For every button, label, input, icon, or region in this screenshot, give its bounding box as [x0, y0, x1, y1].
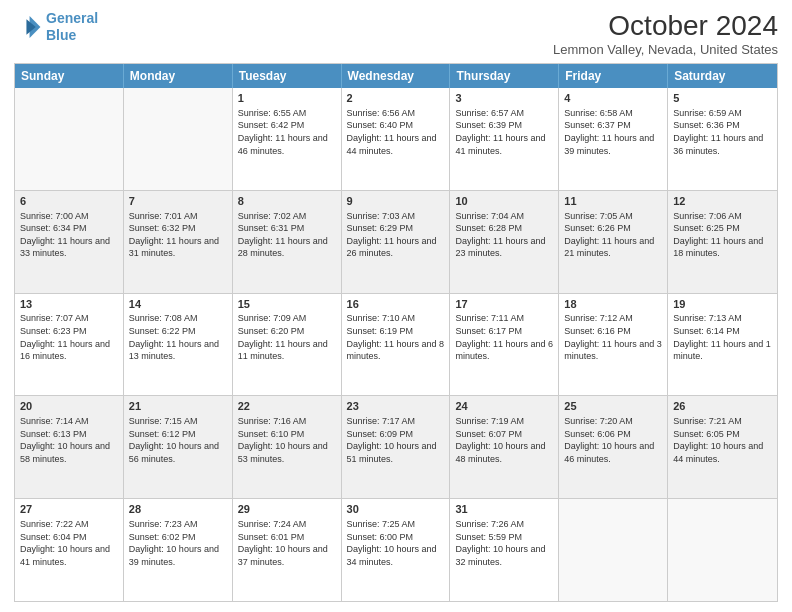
day-info: Sunrise: 7:22 AM Sunset: 6:04 PM Dayligh…: [20, 518, 118, 568]
day-number: 31: [455, 502, 553, 517]
calendar-cell: 19Sunrise: 7:13 AM Sunset: 6:14 PM Dayli…: [668, 294, 777, 396]
calendar-cell: 30Sunrise: 7:25 AM Sunset: 6:00 PM Dayli…: [342, 499, 451, 601]
day-number: 4: [564, 91, 662, 106]
day-number: 12: [673, 194, 772, 209]
day-info: Sunrise: 7:26 AM Sunset: 5:59 PM Dayligh…: [455, 518, 553, 568]
day-number: 23: [347, 399, 445, 414]
header-day-thursday: Thursday: [450, 64, 559, 88]
day-number: 14: [129, 297, 227, 312]
calendar-cell: [124, 88, 233, 190]
calendar-cell: 3Sunrise: 6:57 AM Sunset: 6:39 PM Daylig…: [450, 88, 559, 190]
calendar-cell: 10Sunrise: 7:04 AM Sunset: 6:28 PM Dayli…: [450, 191, 559, 293]
day-number: 11: [564, 194, 662, 209]
header-day-tuesday: Tuesday: [233, 64, 342, 88]
day-info: Sunrise: 7:19 AM Sunset: 6:07 PM Dayligh…: [455, 415, 553, 465]
day-number: 3: [455, 91, 553, 106]
day-info: Sunrise: 7:09 AM Sunset: 6:20 PM Dayligh…: [238, 312, 336, 362]
calendar-cell: 17Sunrise: 7:11 AM Sunset: 6:17 PM Dayli…: [450, 294, 559, 396]
calendar-cell: 16Sunrise: 7:10 AM Sunset: 6:19 PM Dayli…: [342, 294, 451, 396]
calendar-cell: 7Sunrise: 7:01 AM Sunset: 6:32 PM Daylig…: [124, 191, 233, 293]
day-info: Sunrise: 7:10 AM Sunset: 6:19 PM Dayligh…: [347, 312, 445, 362]
calendar-cell: 24Sunrise: 7:19 AM Sunset: 6:07 PM Dayli…: [450, 396, 559, 498]
day-info: Sunrise: 7:03 AM Sunset: 6:29 PM Dayligh…: [347, 210, 445, 260]
day-number: 1: [238, 91, 336, 106]
day-number: 29: [238, 502, 336, 517]
day-number: 27: [20, 502, 118, 517]
day-info: Sunrise: 6:59 AM Sunset: 6:36 PM Dayligh…: [673, 107, 772, 157]
day-info: Sunrise: 7:05 AM Sunset: 6:26 PM Dayligh…: [564, 210, 662, 260]
calendar-header: SundayMondayTuesdayWednesdayThursdayFrid…: [15, 64, 777, 88]
day-number: 2: [347, 91, 445, 106]
day-info: Sunrise: 7:01 AM Sunset: 6:32 PM Dayligh…: [129, 210, 227, 260]
calendar-row-3: 20Sunrise: 7:14 AM Sunset: 6:13 PM Dayli…: [15, 395, 777, 498]
calendar-cell: 8Sunrise: 7:02 AM Sunset: 6:31 PM Daylig…: [233, 191, 342, 293]
day-number: 5: [673, 91, 772, 106]
day-number: 16: [347, 297, 445, 312]
subtitle: Lemmon Valley, Nevada, United States: [553, 42, 778, 57]
day-number: 24: [455, 399, 553, 414]
header-day-monday: Monday: [124, 64, 233, 88]
calendar-cell: 6Sunrise: 7:00 AM Sunset: 6:34 PM Daylig…: [15, 191, 124, 293]
day-number: 22: [238, 399, 336, 414]
header-day-sunday: Sunday: [15, 64, 124, 88]
calendar-cell: 28Sunrise: 7:23 AM Sunset: 6:02 PM Dayli…: [124, 499, 233, 601]
calendar-cell: 15Sunrise: 7:09 AM Sunset: 6:20 PM Dayli…: [233, 294, 342, 396]
day-number: 7: [129, 194, 227, 209]
day-info: Sunrise: 7:06 AM Sunset: 6:25 PM Dayligh…: [673, 210, 772, 260]
day-number: 21: [129, 399, 227, 414]
header-day-friday: Friday: [559, 64, 668, 88]
calendar-cell: 13Sunrise: 7:07 AM Sunset: 6:23 PM Dayli…: [15, 294, 124, 396]
calendar-cell: 18Sunrise: 7:12 AM Sunset: 6:16 PM Dayli…: [559, 294, 668, 396]
calendar-row-1: 6Sunrise: 7:00 AM Sunset: 6:34 PM Daylig…: [15, 190, 777, 293]
calendar-cell: 9Sunrise: 7:03 AM Sunset: 6:29 PM Daylig…: [342, 191, 451, 293]
day-number: 26: [673, 399, 772, 414]
calendar-row-2: 13Sunrise: 7:07 AM Sunset: 6:23 PM Dayli…: [15, 293, 777, 396]
day-number: 28: [129, 502, 227, 517]
day-info: Sunrise: 7:25 AM Sunset: 6:00 PM Dayligh…: [347, 518, 445, 568]
logo-text: General Blue: [46, 10, 98, 44]
calendar-cell: 29Sunrise: 7:24 AM Sunset: 6:01 PM Dayli…: [233, 499, 342, 601]
calendar-cell: 27Sunrise: 7:22 AM Sunset: 6:04 PM Dayli…: [15, 499, 124, 601]
calendar-cell: [15, 88, 124, 190]
calendar-cell: 2Sunrise: 6:56 AM Sunset: 6:40 PM Daylig…: [342, 88, 451, 190]
logo: General Blue: [14, 10, 98, 44]
header: General Blue October 2024 Lemmon Valley,…: [14, 10, 778, 57]
day-info: Sunrise: 7:08 AM Sunset: 6:22 PM Dayligh…: [129, 312, 227, 362]
day-number: 6: [20, 194, 118, 209]
day-info: Sunrise: 7:20 AM Sunset: 6:06 PM Dayligh…: [564, 415, 662, 465]
calendar-row-0: 1Sunrise: 6:55 AM Sunset: 6:42 PM Daylig…: [15, 88, 777, 190]
day-info: Sunrise: 6:58 AM Sunset: 6:37 PM Dayligh…: [564, 107, 662, 157]
day-number: 13: [20, 297, 118, 312]
day-number: 15: [238, 297, 336, 312]
day-info: Sunrise: 6:55 AM Sunset: 6:42 PM Dayligh…: [238, 107, 336, 157]
calendar-cell: 12Sunrise: 7:06 AM Sunset: 6:25 PM Dayli…: [668, 191, 777, 293]
calendar-cell: 5Sunrise: 6:59 AM Sunset: 6:36 PM Daylig…: [668, 88, 777, 190]
calendar-row-4: 27Sunrise: 7:22 AM Sunset: 6:04 PM Dayli…: [15, 498, 777, 601]
day-info: Sunrise: 7:11 AM Sunset: 6:17 PM Dayligh…: [455, 312, 553, 362]
day-number: 10: [455, 194, 553, 209]
day-info: Sunrise: 7:24 AM Sunset: 6:01 PM Dayligh…: [238, 518, 336, 568]
page: General Blue October 2024 Lemmon Valley,…: [0, 0, 792, 612]
calendar-cell: 20Sunrise: 7:14 AM Sunset: 6:13 PM Dayli…: [15, 396, 124, 498]
calendar-cell: [559, 499, 668, 601]
day-info: Sunrise: 7:04 AM Sunset: 6:28 PM Dayligh…: [455, 210, 553, 260]
day-info: Sunrise: 6:57 AM Sunset: 6:39 PM Dayligh…: [455, 107, 553, 157]
day-info: Sunrise: 7:13 AM Sunset: 6:14 PM Dayligh…: [673, 312, 772, 362]
day-info: Sunrise: 7:15 AM Sunset: 6:12 PM Dayligh…: [129, 415, 227, 465]
calendar-cell: 26Sunrise: 7:21 AM Sunset: 6:05 PM Dayli…: [668, 396, 777, 498]
logo-line1: General: [46, 10, 98, 26]
day-number: 20: [20, 399, 118, 414]
header-day-saturday: Saturday: [668, 64, 777, 88]
calendar-cell: 21Sunrise: 7:15 AM Sunset: 6:12 PM Dayli…: [124, 396, 233, 498]
day-info: Sunrise: 7:16 AM Sunset: 6:10 PM Dayligh…: [238, 415, 336, 465]
day-info: Sunrise: 7:02 AM Sunset: 6:31 PM Dayligh…: [238, 210, 336, 260]
day-number: 9: [347, 194, 445, 209]
day-number: 18: [564, 297, 662, 312]
calendar-cell: 31Sunrise: 7:26 AM Sunset: 5:59 PM Dayli…: [450, 499, 559, 601]
day-number: 17: [455, 297, 553, 312]
day-info: Sunrise: 7:14 AM Sunset: 6:13 PM Dayligh…: [20, 415, 118, 465]
calendar-body: 1Sunrise: 6:55 AM Sunset: 6:42 PM Daylig…: [15, 88, 777, 601]
day-number: 19: [673, 297, 772, 312]
day-info: Sunrise: 7:21 AM Sunset: 6:05 PM Dayligh…: [673, 415, 772, 465]
calendar-cell: 25Sunrise: 7:20 AM Sunset: 6:06 PM Dayli…: [559, 396, 668, 498]
